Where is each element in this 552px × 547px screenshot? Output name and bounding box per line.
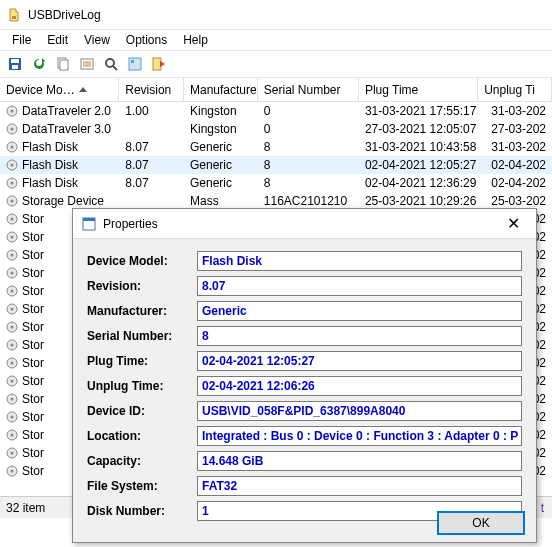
svg-point-52 (11, 434, 14, 437)
cell-plug: 02-04-2021 12:05:27 (359, 158, 478, 172)
property-label: Device ID: (87, 404, 197, 418)
col-header-serial[interactable]: Serial Number (258, 78, 359, 101)
svg-rect-13 (131, 60, 134, 63)
cell-model: Stor (22, 302, 44, 316)
property-row: Capacity:14.648 GiB (87, 449, 522, 473)
svg-point-26 (11, 200, 14, 203)
col-header-plug[interactable]: Plug Time (359, 78, 478, 101)
svg-point-32 (11, 254, 14, 257)
property-label: Revision: (87, 279, 197, 293)
status-right: t (541, 501, 544, 515)
property-value[interactable]: 8.07 (197, 276, 522, 296)
property-value[interactable]: 8 (197, 326, 522, 346)
col-header-revision[interactable]: Revision (119, 78, 184, 101)
disk-icon (6, 249, 18, 261)
window-title: USBDriveLog (28, 8, 101, 22)
svg-point-38 (11, 308, 14, 311)
property-value[interactable]: 02-04-2021 12:05:27 (197, 351, 522, 371)
cell-model: Stor (22, 392, 44, 406)
cell-plug: 25-03-2021 10:29:26 (359, 194, 478, 208)
col-header-unplug[interactable]: Unplug Ti (478, 78, 552, 101)
property-label: Plug Time: (87, 354, 197, 368)
property-value[interactable]: 02-04-2021 12:06:26 (197, 376, 522, 396)
col-header-model[interactable]: Device Mo… (0, 78, 119, 101)
column-headers: Device Mo… Revision Manufacturer Serial … (0, 78, 552, 102)
cell-plug: 27-03-2021 12:05:07 (359, 122, 478, 136)
property-label: Device Model: (87, 254, 197, 268)
menu-options[interactable]: Options (118, 31, 175, 49)
property-value[interactable]: Flash Disk (197, 251, 522, 271)
properties-dialog: Properties ✕ Device Model:Flash DiskRevi… (72, 208, 537, 543)
dialog-body: Device Model:Flash DiskRevision:8.07Manu… (73, 239, 536, 530)
cell-unplug: 31-03-202 (478, 140, 552, 154)
props-icon[interactable] (76, 53, 98, 75)
property-label: Location: (87, 429, 197, 443)
col-header-manufacturer[interactable]: Manufacturer (184, 78, 258, 101)
disk-icon (6, 321, 18, 333)
cell-model: Stor (22, 410, 44, 424)
property-label: Serial Number: (87, 329, 197, 343)
svg-point-48 (11, 398, 14, 401)
property-row: Plug Time:02-04-2021 12:05:27 (87, 349, 522, 373)
cell-serial: 8 (258, 158, 359, 172)
exit-icon[interactable] (148, 53, 170, 75)
cell-manufacturer: Kingston (184, 122, 258, 136)
cell-plug: 31-03-2021 17:55:17 (359, 104, 478, 118)
cell-model: Stor (22, 284, 44, 298)
find-icon[interactable] (100, 53, 122, 75)
menu-edit[interactable]: Edit (39, 31, 76, 49)
property-row: Serial Number:8 (87, 324, 522, 348)
disk-icon (6, 177, 18, 189)
table-row[interactable]: Flash Disk8.07Generic802-04-2021 12:05:2… (0, 156, 552, 174)
cell-model: Stor (22, 374, 44, 388)
ok-button[interactable]: OK (438, 512, 524, 534)
property-row: Unplug Time:02-04-2021 12:06:26 (87, 374, 522, 398)
cell-model: Stor (22, 446, 44, 460)
property-value[interactable]: FAT32 (197, 476, 522, 496)
table-row[interactable]: Flash Disk8.07Generic802-04-2021 12:36:2… (0, 174, 552, 192)
cell-model: Storage Device (22, 194, 104, 208)
svg-rect-5 (60, 60, 68, 70)
cell-model: Stor (22, 428, 44, 442)
svg-point-10 (106, 59, 114, 67)
disk-icon (6, 339, 18, 351)
cell-manufacturer: Generic (184, 158, 258, 172)
save-icon[interactable] (4, 53, 26, 75)
options-icon[interactable] (124, 53, 146, 75)
table-row[interactable]: DataTraveler 3.0Kingston027-03-2021 12:0… (0, 120, 552, 138)
svg-point-56 (11, 470, 14, 473)
cell-plug: 31-03-2021 10:43:58 (359, 140, 478, 154)
svg-point-22 (11, 164, 14, 167)
menu-help[interactable]: Help (175, 31, 216, 49)
table-row[interactable]: DataTraveler 2.01.00Kingston031-03-2021 … (0, 102, 552, 120)
refresh-icon[interactable] (28, 53, 50, 75)
svg-point-44 (11, 362, 14, 365)
cell-model: DataTraveler 3.0 (22, 122, 111, 136)
disk-icon (6, 285, 18, 297)
property-label: Capacity: (87, 454, 197, 468)
property-value[interactable]: Generic (197, 301, 522, 321)
property-row: Device ID:USB\VID_058F&PID_6387\899A8040 (87, 399, 522, 423)
copy-icon[interactable] (52, 53, 74, 75)
svg-rect-14 (153, 58, 161, 70)
svg-rect-2 (11, 59, 19, 63)
property-label: Unplug Time: (87, 379, 197, 393)
svg-rect-0 (12, 16, 16, 19)
close-icon[interactable]: ✕ (498, 212, 528, 236)
menubar: File Edit View Options Help (0, 30, 552, 50)
disk-icon (6, 375, 18, 387)
property-value[interactable]: 14.648 GiB (197, 451, 522, 471)
cell-revision: 8.07 (119, 158, 184, 172)
svg-rect-12 (129, 58, 141, 70)
svg-point-34 (11, 272, 14, 275)
menu-view[interactable]: View (76, 31, 118, 49)
table-row[interactable]: Flash Disk8.07Generic831-03-2021 10:43:5… (0, 138, 552, 156)
property-value[interactable]: USB\VID_058F&PID_6387\899A8040 (197, 401, 522, 421)
dialog-titlebar[interactable]: Properties ✕ (73, 209, 536, 239)
cell-unplug: 25-03-202 (478, 194, 552, 208)
toolbar (0, 50, 552, 78)
cell-model: Stor (22, 320, 44, 334)
property-row: Manufacturer:Generic (87, 299, 522, 323)
property-value[interactable]: Integrated : Bus 0 : Device 0 : Function… (197, 426, 522, 446)
menu-file[interactable]: File (4, 31, 39, 49)
